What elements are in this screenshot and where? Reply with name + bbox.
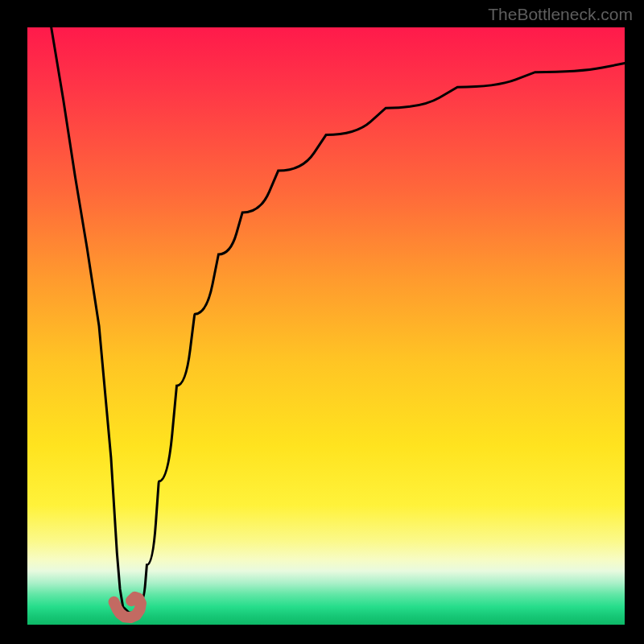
chart-frame: TheBottleneck.com (0, 0, 644, 644)
curve-left-arm (52, 27, 135, 613)
curve-right-arm (135, 64, 625, 613)
plot-area (27, 27, 625, 625)
valley-hook (114, 597, 141, 617)
curve-layer (27, 27, 625, 625)
watermark-text: TheBottleneck.com (488, 5, 633, 24)
